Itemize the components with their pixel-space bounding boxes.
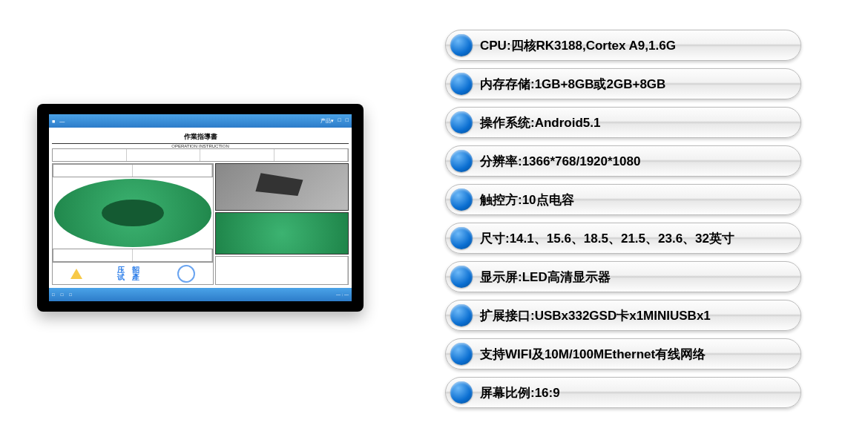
spec-label: 操作系统:Android5.1 xyxy=(480,114,600,131)
doc-row xyxy=(53,249,213,262)
spec-item: CPU:四核RK3188,Cortex A9,1.6G xyxy=(445,30,801,61)
spec-item: 扩展接口:USBx332GSD卡x1MINIUSBx1 xyxy=(445,300,801,331)
footer-item: □ xyxy=(69,292,72,297)
spec-label: 屏幕比例:16:9 xyxy=(480,384,560,401)
tablet-screen: ■ — 产品▾ □ □ 作業指導書 OPERATION INSTRUCTION xyxy=(49,114,352,301)
topbar-item: □ xyxy=(346,117,349,125)
bullet-icon xyxy=(450,111,473,134)
doc-left-column: 压 韶 试 產 xyxy=(52,163,214,285)
spec-item: 支持WIFI及10M/100MEthernet有线网络 xyxy=(445,338,801,370)
video-thumbnail xyxy=(215,163,349,211)
stamp-row: 压 韶 试 產 xyxy=(53,262,213,284)
doc-body: 压 韶 试 產 xyxy=(52,163,349,285)
bullet-icon xyxy=(450,150,473,172)
component-image-small xyxy=(215,212,349,255)
spec-item: 显示屏:LED高清显示器 xyxy=(445,261,801,292)
tablet-device-frame: ■ — 产品▾ □ □ 作業指導書 OPERATION INSTRUCTION xyxy=(37,104,364,312)
spec-label: 尺寸:14.1、15.6、18.5、21.5、23.6、32英寸 xyxy=(480,230,734,247)
spec-item: 分辨率:1366*768/1920*1080 xyxy=(445,145,801,177)
spec-item: 操作系统:Android5.1 xyxy=(445,107,801,138)
spec-label: 显示屏:LED高清显示器 xyxy=(480,269,611,286)
doc-right-column xyxy=(215,163,349,285)
bullet-icon xyxy=(450,73,473,95)
topbar-right: 产品▾ □ □ xyxy=(320,117,349,125)
spec-item: 尺寸:14.1、15.6、18.5、21.5、23.6、32英寸 xyxy=(445,223,801,254)
footer-item: □ xyxy=(61,292,64,297)
bullet-icon xyxy=(450,34,473,56)
spec-label: CPU:四核RK3188,Cortex A9,1.6G xyxy=(480,37,676,54)
specifications-list: CPU:四核RK3188,Cortex A9,1.6G 内存存储:1GB+8GB… xyxy=(401,30,816,408)
doc-info-table xyxy=(52,148,349,162)
doc-row xyxy=(53,164,213,177)
bullet-icon xyxy=(450,304,473,326)
spec-label: 扩展接口:USBx332GSD卡x1MINIUSBx1 xyxy=(480,307,711,324)
bullet-icon xyxy=(450,227,473,249)
topbar-left: ■ — xyxy=(52,119,65,124)
spec-item: 屏幕比例:16:9 xyxy=(445,377,801,408)
topbar-item: □ xyxy=(338,117,341,125)
warning-icon xyxy=(70,269,82,279)
spec-label: 支持WIFI及10M/100MEthernet有线网络 xyxy=(480,346,706,363)
bullet-icon xyxy=(450,343,473,365)
footer-time: — : — xyxy=(336,292,349,297)
topbar-item: 产品▾ xyxy=(320,117,334,125)
app-footer: □ □ □ — : — xyxy=(49,288,352,301)
doc-notes xyxy=(215,256,349,285)
component-image xyxy=(54,179,211,247)
footer-item: □ xyxy=(52,292,55,297)
document-content: 作業指導書 OPERATION INSTRUCTION 压 韶 试 產 xyxy=(49,128,352,288)
spec-label: 触控方:10点电容 xyxy=(480,191,574,208)
bullet-icon xyxy=(450,188,473,211)
spec-label: 内存存储:1GB+8GB或2GB+8GB xyxy=(480,76,665,93)
doc-title: 作業指導書 xyxy=(52,131,349,144)
bullet-icon xyxy=(450,381,473,404)
spec-label: 分辨率:1366*768/1920*1080 xyxy=(480,153,640,170)
spec-item: 触控方:10点电容 xyxy=(445,184,801,215)
product-image-panel: ■ — 产品▾ □ □ 作業指導書 OPERATION INSTRUCTION xyxy=(0,30,401,312)
topbar-item: ■ xyxy=(52,119,55,124)
bullet-icon xyxy=(450,266,473,288)
topbar-item: — xyxy=(59,119,65,124)
stamp-text: 压 韶 试 產 xyxy=(117,266,143,281)
spec-item: 内存存储:1GB+8GB或2GB+8GB xyxy=(445,68,801,99)
app-topbar: ■ — 产品▾ □ □ xyxy=(49,114,352,128)
stamp-icon xyxy=(177,265,195,283)
